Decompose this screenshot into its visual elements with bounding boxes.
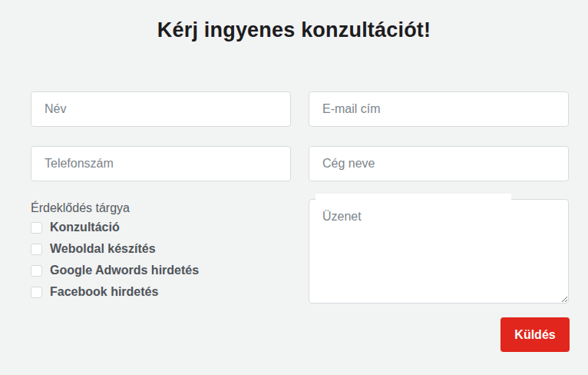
google-adwords-hirdetes-checkbox-label: Google Adwords hirdetés <box>50 264 199 277</box>
facebook-hirdetes-checkbox-label: Facebook hirdetés <box>50 285 158 299</box>
facebook-hirdetes-checkbox[interactable] <box>31 287 42 298</box>
message-textarea[interactable] <box>309 199 569 304</box>
interest-group-label: Érdeklődés tárgya <box>31 201 130 215</box>
weboldal-keszites-checkbox[interactable] <box>31 244 42 255</box>
checkbox-row-google-adwords-hirdetes[interactable]: Google Adwords hirdetés <box>31 264 199 277</box>
company-input[interactable] <box>309 146 569 181</box>
name-input[interactable] <box>31 91 291 127</box>
consultation-form-page: Kérj ingyenes konzultációt! Érdeklődés t… <box>0 0 588 375</box>
konzultacio-checkbox[interactable] <box>31 222 42 234</box>
checkbox-row-konzultacio[interactable]: Konzultáció <box>31 221 199 234</box>
weboldal-keszites-checkbox-label: Weboldal készítés <box>50 242 156 256</box>
konzultacio-checkbox-label: Konzultáció <box>50 221 120 234</box>
page-title: Kérj ingyenes konzultációt! <box>0 18 588 42</box>
email-input[interactable] <box>309 91 569 127</box>
phone-input[interactable] <box>31 146 291 181</box>
checkbox-row-facebook-hirdetes[interactable]: Facebook hirdetés <box>31 286 199 298</box>
submit-button[interactable]: Küldés <box>500 317 570 352</box>
google-adwords-hirdetes-checkbox[interactable] <box>31 265 42 277</box>
checkbox-row-weboldal-keszites[interactable]: Weboldal készítés <box>31 243 199 255</box>
interest-checkbox-group: Konzultáció Weboldal készítés Google Adw… <box>31 221 199 298</box>
